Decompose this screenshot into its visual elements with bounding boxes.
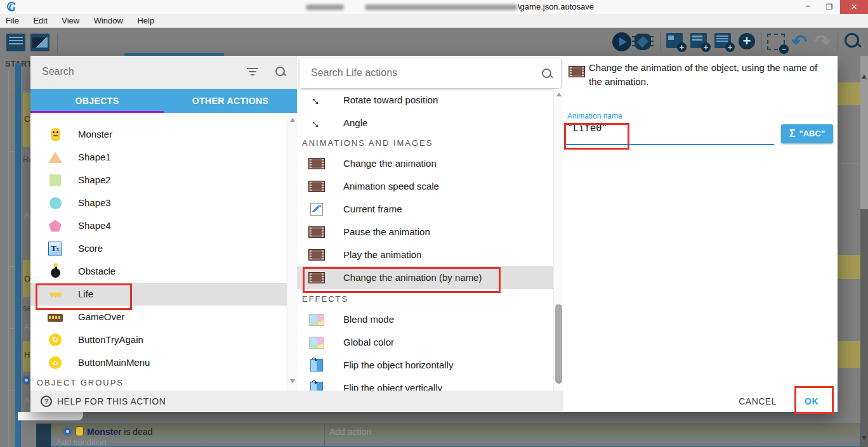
objects-search-input[interactable] — [41, 65, 233, 78]
help-question-icon: ? — [41, 396, 52, 407]
action-row-angle[interactable]: Angle — [297, 112, 553, 134]
objects-search-bar — [30, 56, 297, 89]
help-for-this-action-link[interactable]: HELP FOR THIS ACTION — [57, 396, 166, 406]
redacted-path-segment — [365, 4, 517, 10]
events-scrollbar-thumb[interactable] — [860, 209, 868, 447]
minimize-button[interactable]: – — [798, 0, 817, 14]
actions-scrollbar[interactable] — [553, 89, 563, 391]
actions-scrollbar-thumb[interactable] — [555, 304, 562, 384]
expression-editor-button[interactable]: Σ"ABC" — [781, 124, 833, 143]
scene-editor-icon[interactable] — [30, 34, 49, 51]
menu-file[interactable]: File — [0, 14, 25, 25]
tab-objects[interactable]: OBJECTS — [30, 89, 164, 113]
action-row-blend-mode[interactable]: Blend mode — [297, 308, 553, 331]
action-row-pause-animation[interactable]: Pause the animation — [297, 221, 553, 243]
selected-event-fragment — [838, 341, 860, 368]
remove-selection-icon[interactable] — [767, 34, 785, 50]
search-events-icon[interactable] — [845, 33, 859, 48]
debugger-bug-icon[interactable] — [635, 34, 651, 50]
undo-icon[interactable]: ↶ — [791, 30, 807, 53]
object-label: Obstacle — [78, 266, 115, 276]
scroll-down-arrow-icon[interactable] — [862, 436, 867, 440]
objects-list: Monster Shape1 Shape2 Shape3 Shape4 Scor… — [30, 113, 297, 391]
annotation-box-change-animation-by-name — [303, 267, 501, 293]
toolbar-divider — [838, 33, 838, 52]
menu-help[interactable]: Help — [131, 14, 160, 25]
object-row-shape4[interactable]: Shape4 — [30, 214, 287, 237]
sigma-icon: Σ — [789, 128, 796, 139]
dialog-footer-left: ? HELP FOR THIS ACTION — [30, 391, 563, 412]
action-row-flip-vertically[interactable]: Flip the object vertically — [297, 377, 553, 391]
tab-other-actions[interactable]: OTHER ACTIONS — [164, 89, 297, 113]
objects-scrollbar[interactable] — [287, 113, 297, 391]
condition-text: Monster is dead — [87, 427, 153, 437]
condition-suffix: is dead — [121, 427, 152, 437]
rotate-arrow-icon — [306, 113, 326, 133]
action-row-current-frame[interactable]: Current frame — [297, 198, 553, 221]
preview-play-icon[interactable] — [612, 32, 631, 51]
action-row-rotate-toward-position[interactable]: Rotate toward position — [297, 89, 553, 112]
main-toolbar: ↶ ↷ — [0, 29, 868, 56]
scroll-down-arrow-icon[interactable] — [290, 379, 295, 383]
cancel-button[interactable]: CANCEL — [739, 396, 777, 406]
action-label: Rotate toward position — [343, 94, 438, 105]
close-button[interactable]: ✕ — [840, 0, 868, 14]
blend-colors-icon — [309, 314, 324, 326]
scroll-up-arrow-icon[interactable] — [862, 75, 867, 79]
action-row-global-color[interactable]: Global color — [297, 331, 553, 354]
event-row[interactable]: Monster is dead Add condition Add action — [51, 424, 860, 447]
frame-icon — [310, 203, 323, 216]
redo-icon[interactable]: ↷ — [815, 30, 831, 53]
add-event-icon[interactable] — [666, 33, 683, 48]
scroll-down-arrow-icon[interactable] — [556, 380, 562, 384]
search-icon[interactable] — [542, 68, 551, 78]
scroll-up-arrow-icon[interactable] — [556, 93, 562, 96]
object-label: ButtonMainMenu — [78, 357, 150, 368]
event-text-fragment: C — [24, 114, 30, 124]
annotation-box-life-object — [36, 283, 132, 310]
tree-tick — [8, 89, 15, 89]
filter-icon[interactable] — [246, 68, 259, 77]
add-circle-icon[interactable] — [739, 33, 755, 49]
menu-view[interactable]: View — [56, 14, 85, 25]
blend-colors-icon — [309, 337, 324, 349]
object-row-shape3[interactable]: Shape3 — [30, 191, 287, 214]
monster-object-icon — [76, 426, 84, 436]
object-row-monster[interactable]: Monster — [30, 123, 287, 146]
title-bar: G \game.json.autosave – ❐ ✕ — [0, 0, 868, 14]
object-row-shape1[interactable]: Shape1 — [30, 146, 287, 169]
add-condition-link[interactable]: Add condition — [56, 437, 107, 447]
menu-edit[interactable]: Edit — [27, 14, 53, 25]
action-row-animation-speed-scale[interactable]: Animation speed scale — [297, 175, 553, 198]
object-row-obstacle[interactable]: Obstacle — [30, 260, 287, 283]
condition-object-name: Monster — [87, 427, 121, 437]
object-row-score[interactable]: Score — [30, 237, 287, 260]
search-icon[interactable] — [275, 67, 285, 76]
toolbar-divider — [761, 33, 762, 52]
object-label: GameOver — [78, 311, 124, 322]
flip-icon — [310, 359, 323, 372]
condition-gear-icon — [23, 377, 30, 384]
restore-button[interactable]: ❐ — [820, 0, 839, 14]
action-row-play-animation[interactable]: Play the animation — [297, 243, 553, 266]
add-action-link[interactable]: Add action — [329, 427, 371, 437]
add-sub-event-icon[interactable] — [690, 33, 707, 48]
event-text-fragment: H — [24, 350, 30, 360]
banner-icon — [48, 314, 63, 321]
actions-search-input[interactable] — [310, 67, 503, 79]
actions-list: Rotate toward position Angle ANIMATIONS … — [297, 89, 563, 391]
object-row-shape2[interactable]: Shape2 — [30, 169, 287, 191]
actions-search-bar — [299, 58, 561, 88]
action-label: Flip the object horizontally — [343, 360, 453, 370]
action-row-flip-horizontally[interactable]: Flip the object horizontally — [297, 354, 553, 377]
menu-window[interactable]: Window — [88, 14, 129, 25]
add-comment-icon[interactable] — [714, 33, 731, 48]
tree-tick — [8, 328, 15, 329]
scroll-up-arrow-icon[interactable] — [290, 118, 295, 122]
object-label: Shape2 — [78, 174, 111, 185]
object-row-buttonmainmenu[interactable]: ⌂ ButtonMainMenu — [30, 351, 287, 374]
event-text-fragment: A — [24, 211, 30, 220]
action-row-change-animation[interactable]: Change the animation — [297, 152, 553, 175]
events-sheet-icon[interactable] — [6, 34, 25, 51]
object-row-buttontryagain[interactable]: ↻ ButtonTryAgain — [30, 328, 287, 351]
